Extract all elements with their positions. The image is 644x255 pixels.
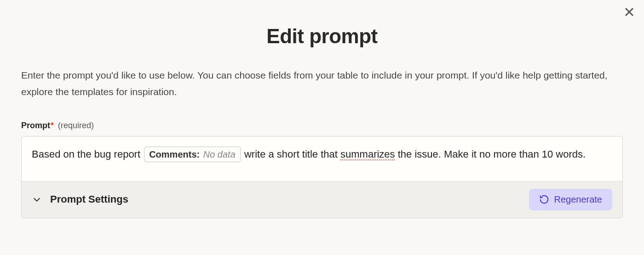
prompt-input[interactable]: Based on the bug report Comments: No dat… [22,136,622,181]
field-label-row: Prompt* (required) [21,121,623,130]
prompt-settings-label: Prompt Settings [50,193,128,205]
close-button[interactable] [624,6,635,19]
chevron-down-icon [32,194,42,204]
required-hint: (required) [58,121,94,130]
required-asterisk: * [51,121,54,130]
chip-value: No data [203,149,236,159]
refresh-icon [539,194,549,204]
modal-container: Edit prompt Enter the prompt you'd like … [0,25,644,218]
regenerate-label: Regenerate [554,194,602,205]
chip-label: Comments: [149,149,200,159]
regenerate-button[interactable]: Regenerate [529,189,612,210]
modal-description: Enter the prompt you'd like to use below… [21,67,623,100]
prompt-box: Based on the bug report Comments: No dat… [21,136,623,218]
prompt-text-mid1: write a short title that [242,148,340,160]
prompt-text-spellcheck: summarizes [340,148,395,160]
prompt-footer: Prompt Settings Regenerate [22,181,622,218]
prompt-text-before: Based on the bug report [32,148,143,160]
field-label: Prompt [21,121,50,130]
field-chip[interactable]: Comments: No data [144,147,241,162]
close-icon [624,6,635,17]
prompt-settings-toggle[interactable]: Prompt Settings [32,193,128,205]
modal-title: Edit prompt [21,25,623,48]
prompt-text-after: the issue. Make it no more than 10 words… [395,148,586,160]
